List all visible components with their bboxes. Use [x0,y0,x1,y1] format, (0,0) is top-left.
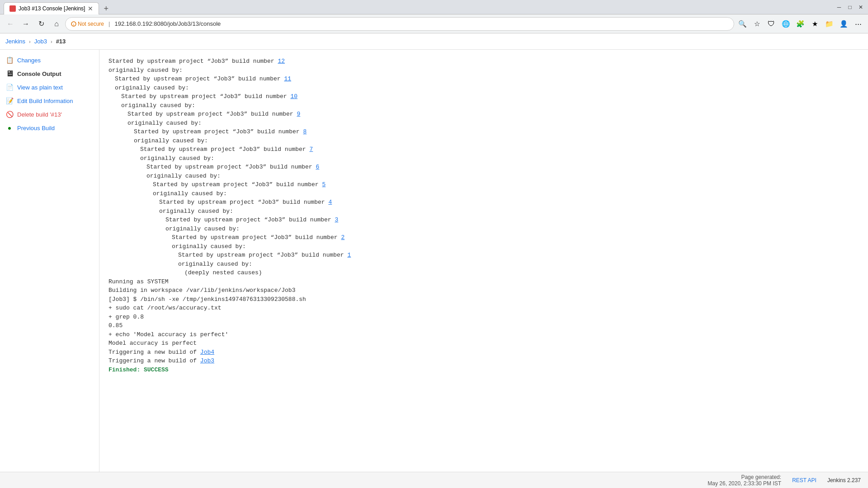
console-line: Started by upstream project “Job3” build… [108,163,859,172]
console-link[interactable]: 3 [335,216,338,223]
sidebar-label-view-plain-text: View as plain text [17,84,63,91]
sidebar: 📋 Changes 🖥 Console Output 📄 View as pla… [0,50,99,472]
breadcrumb-sep-2: › [51,39,52,44]
previous-build-icon: ● [5,124,14,132]
console-output-area: Started by upstream project “Job3” build… [99,50,868,472]
sidebar-label-previous-build: Previous Build [17,125,55,131]
console-line: 0.85 [108,321,859,330]
close-window-button[interactable]: ✕ [857,4,864,11]
console-link[interactable]: 8 [303,128,307,135]
console-link[interactable]: 11 [284,75,291,82]
address-bar[interactable]: i Not secure | 192.168.0.192:8080/job/Jo… [65,17,734,31]
settings-dots-icon[interactable]: ⋯ [852,18,864,30]
breadcrumb-job3[interactable]: Job3 [34,38,47,45]
console-line: Started by upstream project “Job3” build… [108,233,859,242]
sidebar-item-changes[interactable]: 📋 Changes [0,53,99,67]
console-link[interactable]: 6 [316,164,319,170]
shield-red-icon[interactable]: 🛡 [765,18,778,30]
home-button[interactable]: ⌂ [50,17,63,31]
lock-icon: i [71,21,76,27]
star-icon[interactable]: ☆ [750,18,763,30]
tab-favicon [9,5,16,12]
console-link[interactable]: 5 [322,181,326,188]
not-secure-indicator: i Not secure [71,21,104,27]
console-line: originally caused by: [108,136,859,145]
console-link[interactable]: 10 [290,93,297,100]
breadcrumb-jenkins[interactable]: Jenkins [5,38,25,45]
svg-text:i: i [73,22,74,26]
console-line: Finished: SUCCESS [108,366,859,375]
footer-page-generated: Page generated: May 26, 2020, 2:33:30 PM… [708,474,781,487]
nav-bar: ← → ↻ ⌂ i Not secure | 192.168.0.192:808… [0,14,868,33]
footer-page-gen-label: Page generated: [741,474,781,480]
console-line: originally caused by: [108,260,859,269]
console-line: Triggering a new build of Job3 [108,357,859,366]
profile-icon[interactable]: 👤 [837,18,850,30]
forward-button[interactable]: → [19,17,33,31]
console-line: originally caused by: [108,189,859,198]
edit-build-icon: 📝 [5,97,14,105]
tab-bar: Job3 #13 Console [Jenkins] ✕ + [4,0,111,14]
delete-build-icon: 🚫 [5,110,14,118]
console-line: Started by upstream project “Job3” build… [108,145,859,154]
favorites-icon[interactable]: ★ [808,18,821,30]
globe-icon[interactable]: 🌐 [779,18,792,30]
console-line: originally caused by: [108,66,859,75]
sidebar-label-edit-build-info: Edit Build Information [17,98,73,104]
collections-icon[interactable]: 📁 [823,18,835,30]
sidebar-item-delete-build[interactable]: 🚫 Delete build '#13' [0,108,99,121]
console-link[interactable]: Job4 [200,349,214,356]
console-line: originally caused by: [108,84,859,93]
console-line: + grep 0.8 [108,313,859,322]
new-tab-button[interactable]: + [101,3,111,14]
minimize-button[interactable]: ─ [835,4,843,11]
back-button[interactable]: ← [4,17,17,31]
console-line: Started by upstream project “Job3” build… [108,216,859,225]
sidebar-item-edit-build-info[interactable]: 📝 Edit Build Information [0,94,99,108]
console-line: Started by upstream project “Job3” build… [108,110,859,119]
console-link[interactable]: Job3 [200,357,214,364]
console-line: Started by upstream project “Job3” build… [108,251,859,260]
console-line: originally caused by: [108,225,859,234]
console-line: Running as SYSTEM [108,277,859,286]
console-link[interactable]: 12 [278,58,285,65]
console-link[interactable]: 7 [309,146,313,153]
maximize-button[interactable]: □ [846,4,854,11]
console-line: originally caused by: [108,172,859,181]
console-link[interactable]: 2 [341,234,344,241]
footer-rest-api[interactable]: REST API [792,477,816,483]
active-tab[interactable]: Job3 #13 Console [Jenkins] ✕ [4,2,99,14]
console-line: Building in workspace /var/lib/jenkins/w… [108,286,859,295]
tab-close-button[interactable]: ✕ [88,5,93,12]
reload-button[interactable]: ↻ [34,17,48,31]
breadcrumb-sep-1: › [29,39,31,44]
main-layout: 📋 Changes 🖥 Console Output 📄 View as pla… [0,50,868,472]
console-line: Triggering a new build of Job4 [108,348,859,357]
console-link[interactable]: 9 [297,111,300,117]
sidebar-item-previous-build[interactable]: ● Previous Build [0,121,99,135]
console-line: Started by upstream project “Job3” build… [108,180,859,189]
console-line: Started by upstream project “Job3” build… [108,75,859,84]
plain-text-icon: 📄 [5,83,14,91]
console-output-icon: 🖥 [5,70,14,78]
sidebar-item-console-output[interactable]: 🖥 Console Output [0,67,99,80]
console-line: originally caused by: [108,119,859,128]
console-line: + echo 'Model accuracy is perfect' [108,330,859,339]
sidebar-item-view-plain-text[interactable]: 📄 View as plain text [0,80,99,94]
footer-version: Jenkins 2.237 [827,477,861,483]
changes-icon: 📋 [5,56,14,64]
console-line: [Job3] $ /bin/sh -xe /tmp/jenkins1497487… [108,295,859,304]
console-line: Started by upstream project “Job3” build… [108,127,859,136]
nav-actions: 🔍 ☆ 🛡 🌐 🧩 ★ 📁 👤 ⋯ [736,18,864,30]
search-icon[interactable]: 🔍 [736,18,749,30]
tab-title: Job3 #13 Console [Jenkins] [19,5,85,12]
sidebar-label-console-output: Console Output [17,70,61,77]
console-line: (deeply nested causes) [108,268,859,277]
console-line: Started by upstream project “Job3” build… [108,198,859,207]
window-controls: ─ □ ✕ [835,4,864,11]
console-line: originally caused by: [108,207,859,216]
console-link[interactable]: 4 [328,199,332,206]
console-link[interactable]: 1 [347,252,351,258]
extension-icon[interactable]: 🧩 [794,18,807,30]
console-line: originally caused by: [108,154,859,163]
